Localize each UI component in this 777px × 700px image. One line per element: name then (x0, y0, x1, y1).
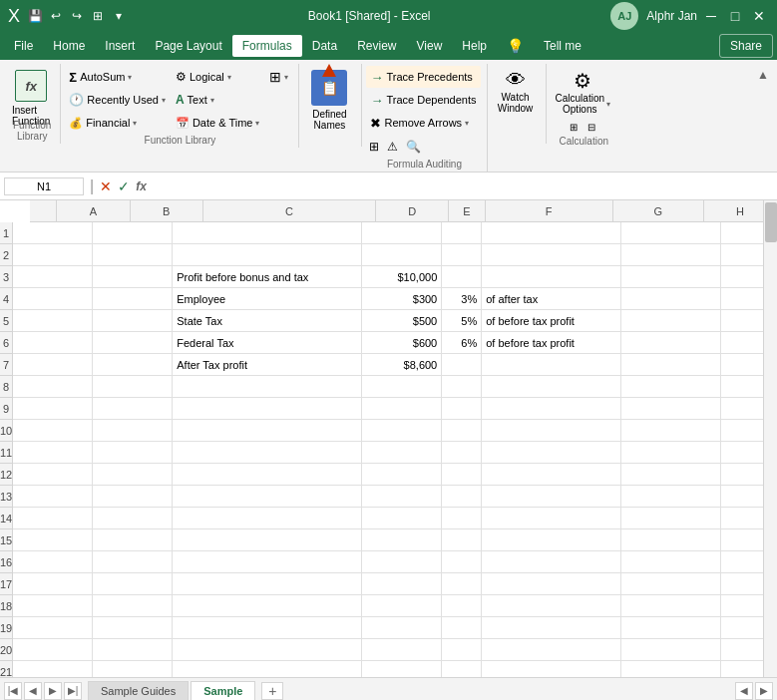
menu-home[interactable]: Home (43, 35, 95, 57)
scrollbar-thumb[interactable] (765, 202, 777, 242)
cell-E16[interactable] (442, 551, 482, 572)
cell-G7[interactable] (621, 354, 721, 375)
cell-A13[interactable] (13, 486, 93, 507)
sheet-tab-sample-guides[interactable]: Sample Guides (88, 681, 189, 700)
row-header-19[interactable]: 19 (0, 617, 13, 639)
cell-F19[interactable] (482, 617, 621, 638)
cell-D16[interactable] (362, 551, 442, 572)
cell-A7[interactable] (13, 354, 93, 375)
col-header-E[interactable]: E (449, 200, 486, 221)
cell-F16[interactable] (482, 551, 621, 572)
remove-arrows-dropdown-icon[interactable]: ▾ (465, 119, 469, 128)
calculation-options-btn[interactable]: ⚙ CalculationOptions ▾ (551, 66, 615, 118)
cell-D19[interactable] (362, 617, 442, 638)
cell-E11[interactable] (442, 442, 482, 463)
cell-A17[interactable] (13, 573, 93, 594)
cell-E15[interactable] (442, 529, 482, 550)
cell-E5[interactable]: 5% (442, 310, 482, 331)
cell-E18[interactable] (442, 595, 482, 616)
cell-D11[interactable] (362, 442, 442, 463)
cell-C12[interactable] (173, 464, 362, 485)
menu-formulas[interactable]: Formulas (232, 35, 302, 57)
cell-F9[interactable] (482, 398, 621, 419)
cell-D2[interactable] (362, 244, 442, 265)
cell-A18[interactable] (13, 595, 93, 616)
sheet-nav-next-btn[interactable]: ▶ (44, 682, 62, 700)
cell-F5[interactable]: of before tax profit (482, 310, 621, 331)
row-header-12[interactable]: 12 (0, 464, 13, 486)
name-box[interactable] (4, 177, 84, 195)
cell-F15[interactable] (482, 529, 621, 550)
col-header-C[interactable]: C (203, 200, 376, 221)
cell-E10[interactable] (442, 420, 482, 441)
cell-B2[interactable] (93, 244, 173, 265)
cell-C13[interactable] (173, 486, 362, 507)
sheet-nav-last-btn[interactable]: ▶| (64, 682, 82, 700)
cell-D6[interactable]: $600 (362, 332, 442, 353)
cell-F11[interactable] (482, 442, 621, 463)
cell-A1[interactable] (13, 222, 93, 243)
redo-quick-btn[interactable]: ↪ (68, 7, 86, 25)
col-header-D[interactable]: D (376, 200, 449, 221)
cell-E8[interactable] (442, 376, 482, 397)
lightbulb-icon[interactable]: 💡 (497, 34, 534, 58)
cell-G10[interactable] (621, 420, 721, 441)
cell-G4[interactable] (621, 288, 721, 309)
cell-E19[interactable] (442, 617, 482, 638)
cell-G3[interactable] (621, 266, 721, 287)
cell-C19[interactable] (173, 617, 362, 638)
cell-E9[interactable] (442, 398, 482, 419)
cell-C4[interactable]: Employee (173, 288, 362, 309)
col-header-A[interactable]: A (57, 200, 130, 221)
cell-A14[interactable] (13, 508, 93, 528)
row-header-1[interactable]: 1 (0, 222, 13, 244)
remove-arrows-btn[interactable]: ✖ Remove Arrows ▾ (366, 112, 480, 134)
cell-F13[interactable] (482, 486, 621, 507)
cell-D18[interactable] (362, 595, 442, 616)
cell-D4[interactable]: $300 (362, 288, 442, 309)
collapse-ribbon-btn[interactable]: ▲ (753, 64, 773, 86)
cell-E2[interactable] (442, 244, 482, 265)
row-header-6[interactable]: 6 (0, 332, 13, 354)
cell-A15[interactable] (13, 529, 93, 550)
cell-F12[interactable] (482, 464, 621, 485)
cell-A12[interactable] (13, 464, 93, 485)
menu-insert[interactable]: Insert (95, 35, 145, 57)
cell-C10[interactable] (173, 420, 362, 441)
cell-B17[interactable] (93, 573, 173, 594)
cell-D9[interactable] (362, 398, 442, 419)
cell-E3[interactable] (442, 266, 482, 287)
cell-E7[interactable] (442, 354, 482, 375)
cell-B6[interactable] (93, 332, 173, 353)
cell-G19[interactable] (621, 617, 721, 638)
calc-now-btn[interactable]: ⊞ (566, 120, 582, 135)
cell-F18[interactable] (482, 595, 621, 616)
cell-D20[interactable] (362, 639, 442, 660)
col-header-G[interactable]: G (613, 200, 704, 221)
cell-D13[interactable] (362, 486, 442, 507)
cell-B19[interactable] (93, 617, 173, 638)
defined-names-btn[interactable]: 📋 DefinedNames (303, 66, 355, 133)
recently-used-btn[interactable]: 🕐 Recently Used ▾ (65, 89, 170, 111)
date-time-dropdown-icon[interactable]: ▾ (255, 119, 259, 128)
cell-B3[interactable] (93, 266, 173, 287)
cell-C8[interactable] (173, 376, 362, 397)
sheet-scroll-left-btn[interactable]: ◀ (735, 682, 753, 700)
date-time-btn[interactable]: 📅 Date & Time ▾ (172, 112, 264, 134)
cell-E13[interactable] (442, 486, 482, 507)
autosum-btn[interactable]: Σ AutoSum ▾ (65, 66, 170, 88)
row-header-10[interactable]: 10 (0, 420, 13, 442)
menu-tell-me[interactable]: Tell me (534, 35, 591, 57)
row-header-14[interactable]: 14 (0, 508, 13, 529)
cell-F1[interactable] (482, 222, 621, 243)
cell-G5[interactable] (621, 310, 721, 331)
more-functions-btn[interactable]: ⊞ ▾ (265, 66, 292, 88)
cell-A6[interactable] (13, 332, 93, 353)
more-functions-dropdown-icon[interactable]: ▾ (284, 73, 288, 82)
cell-B8[interactable] (93, 376, 173, 397)
cancel-btn[interactable]: ✕ (100, 178, 112, 194)
cell-B9[interactable] (93, 398, 173, 419)
cell-C20[interactable] (173, 639, 362, 660)
row-header-5[interactable]: 5 (0, 310, 13, 332)
more-quick-btn[interactable]: ⊞ (89, 7, 107, 25)
